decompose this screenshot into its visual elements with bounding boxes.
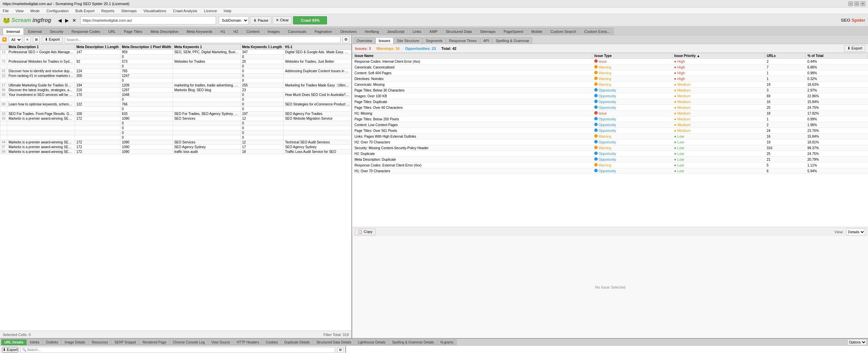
crawl-button[interactable]: Crawl 93% bbox=[293, 16, 327, 24]
bottom-tab-spelling[interactable]: Spelling & Grammar Details bbox=[389, 339, 437, 345]
menu-help[interactable]: Help bbox=[223, 8, 233, 14]
bottom-tab-rendered-page[interactable]: Rendered Page bbox=[139, 339, 169, 345]
right-tab-api[interactable]: API bbox=[480, 37, 493, 44]
subdomain-select[interactable]: SubDomain bbox=[219, 16, 249, 24]
issue-row[interactable]: H1: Over 70 CharactersOpportunity● Low65… bbox=[352, 168, 868, 174]
bottom-tab-resources[interactable]: Resources bbox=[89, 339, 111, 345]
issues-col-pct[interactable]: % of Total bbox=[805, 53, 868, 59]
menu-configuration[interactable]: Configuration bbox=[45, 8, 70, 14]
issue-row[interactable]: Meta Description: DuplicateOpportunity● … bbox=[352, 157, 868, 162]
right-tab-response-times[interactable]: Response Times bbox=[446, 37, 480, 44]
menu-view[interactable]: View bbox=[14, 8, 25, 14]
table-row[interactable]: 13Professional SEO + Google Ads Manageme… bbox=[0, 50, 351, 55]
view-select[interactable]: Details Charts bbox=[846, 229, 865, 235]
issue-row[interactable]: Page Titles: Over 60 CharactersOpportuni… bbox=[352, 105, 868, 111]
right-tab-issues[interactable]: Issues bbox=[375, 37, 393, 44]
tab-meta-keywords[interactable]: Meta Keywords bbox=[183, 28, 216, 35]
table-row[interactable]: 40Your investment in SEO services will b… bbox=[0, 93, 351, 97]
tab-response-codes[interactable]: Response Codes bbox=[68, 28, 104, 35]
table-row[interactable]: 10From ranking #1 in competitive markets… bbox=[0, 74, 351, 78]
table-row[interactable]: 69Marketix is a premier award-winning SE… bbox=[0, 116, 351, 121]
table-row[interactable]: 00 bbox=[0, 131, 351, 135]
col-meta-kw[interactable]: Meta Keywords 1 bbox=[173, 44, 240, 50]
col-meta-desc-width[interactable]: Meta Description 1 Pixel Width bbox=[120, 44, 173, 50]
bottom-tab-serp-snippet[interactable]: SERP Snippet bbox=[111, 339, 139, 345]
tab-meta-description[interactable]: Meta Description bbox=[147, 28, 182, 35]
tab-h2[interactable]: H2 bbox=[230, 28, 242, 35]
bottom-tab-duplicate-details[interactable]: Duplicate Details bbox=[281, 339, 313, 345]
issue-row[interactable]: Page Titles: Below 200 PixelsOpportunity… bbox=[352, 116, 868, 122]
tab-page-titles[interactable]: Page Titles bbox=[120, 28, 146, 35]
bottom-tab-chrome-console[interactable]: Chrome Console Log bbox=[170, 339, 208, 345]
right-tab-overview[interactable]: Overview bbox=[353, 37, 375, 44]
table-row[interactable]: 00 bbox=[0, 107, 351, 112]
minimize-button[interactable]: ─ bbox=[848, 1, 853, 6]
col-meta-desc[interactable]: Meta Description 1 bbox=[7, 44, 75, 50]
copy-button[interactable]: 📋 Copy bbox=[355, 229, 375, 235]
clear-button[interactable]: ✕ Clear bbox=[273, 16, 292, 24]
menu-reports[interactable]: Reports bbox=[100, 8, 116, 14]
table-row[interactable]: 00 bbox=[0, 126, 351, 131]
tab-content[interactable]: Content bbox=[243, 28, 263, 35]
tab-url[interactable]: URL bbox=[104, 28, 119, 35]
menu-licence[interactable]: Licence bbox=[203, 8, 218, 14]
forward-button[interactable]: ▶ bbox=[64, 18, 70, 23]
issues-col-priority[interactable]: Issue Priority ▲ bbox=[672, 53, 765, 59]
right-tab-spelling[interactable]: Spelling & Grammar bbox=[493, 37, 532, 44]
maximize-button[interactable]: □ bbox=[854, 1, 859, 6]
issue-row[interactable]: Links: Pages With High External Outlinks… bbox=[352, 134, 868, 139]
url-input[interactable] bbox=[80, 16, 216, 24]
tab-images[interactable]: Images bbox=[264, 28, 284, 35]
issue-row[interactable]: Content: Soft 404 PagesWarning● High10.9… bbox=[352, 70, 868, 76]
bottom-tab-image-details[interactable]: Image Details bbox=[61, 339, 88, 345]
issue-row[interactable]: Page Titles: Over 561 PixelsOpportunity●… bbox=[352, 128, 868, 134]
menu-file[interactable]: File bbox=[1, 8, 10, 14]
bottom-tab-inlinks[interactable]: Inlinks bbox=[27, 339, 42, 345]
issue-row[interactable]: Security: Missing Content-Security-Polic… bbox=[352, 145, 868, 151]
right-tab-segments[interactable]: Segments bbox=[423, 37, 446, 44]
table-row[interactable]: 83Discover how to identify and resolve d… bbox=[0, 69, 351, 74]
table-row[interactable]: 00 bbox=[0, 55, 351, 59]
col-meta-kw-length[interactable]: Meta Keywords 1 Length bbox=[240, 44, 284, 50]
tab-sitemaps[interactable]: Sitemaps bbox=[476, 28, 499, 35]
view-mode-list[interactable]: ≡ bbox=[24, 36, 31, 43]
tab-pagespeed[interactable]: PageSpeed bbox=[500, 28, 527, 35]
data-table-container[interactable]: Meta Description 1 Meta Description 1 Le… bbox=[0, 44, 351, 331]
tab-external[interactable]: External bbox=[24, 28, 45, 35]
issue-row[interactable]: Page Titles: Below 30 CharactersOpportun… bbox=[352, 87, 868, 93]
issues-col-type[interactable]: Issue Type bbox=[592, 53, 672, 59]
col-h1[interactable]: H1-1 bbox=[284, 44, 351, 50]
bottom-tab-outlinks[interactable]: Outlinks bbox=[43, 339, 61, 345]
issues-col-urls[interactable]: URLs bbox=[765, 53, 805, 59]
issue-row[interactable]: Canonicals: MissingWarning● Medium1918.6… bbox=[352, 82, 868, 87]
search-options-button[interactable]: ⚙ bbox=[343, 36, 349, 43]
issues-export-button[interactable]: ⬇ Export bbox=[844, 45, 865, 52]
issues-col-name[interactable]: Issue Name bbox=[352, 53, 592, 59]
col-meta-desc-length[interactable]: Meta Description 1 Length bbox=[75, 44, 120, 50]
bottom-search-input[interactable] bbox=[20, 347, 335, 353]
tab-pagination[interactable]: Pagination bbox=[311, 28, 336, 35]
issue-row[interactable]: Page Titles: DuplicateOpportunity● Mediu… bbox=[352, 99, 868, 105]
issue-row[interactable]: H2: DuplicateOpportunity● Low2524.75% bbox=[352, 151, 868, 157]
issue-row[interactable]: Canonicals: CanonicalisedWarning● High76… bbox=[352, 64, 868, 70]
stop-button[interactable]: ✕ bbox=[71, 18, 78, 23]
tab-custom-extra[interactable]: Custom Extra... bbox=[581, 28, 614, 35]
search-input[interactable] bbox=[65, 36, 341, 43]
menu-mode[interactable]: Mode bbox=[29, 8, 41, 14]
bottom-tab-url-details[interactable]: URL Details bbox=[1, 339, 26, 345]
table-row[interactable]: 08Learn how to optimise keywords, schema… bbox=[0, 102, 351, 107]
filter-select[interactable]: All bbox=[9, 36, 22, 43]
issue-row[interactable]: Images: Over 100 KBOpportunity● Medium69… bbox=[352, 93, 868, 99]
back-button[interactable]: ◀ bbox=[57, 18, 63, 23]
issue-row[interactable]: Content: Low Content PagesOpportunity● M… bbox=[352, 122, 868, 128]
table-row[interactable]: 00 bbox=[0, 97, 351, 102]
tab-canonicals[interactable]: Canonicals bbox=[284, 28, 310, 35]
bottom-options-select[interactable]: Options bbox=[847, 339, 867, 345]
right-tab-site-structure[interactable]: Site Structure bbox=[394, 37, 423, 44]
bottom-search-options[interactable]: ⚙ bbox=[337, 347, 343, 353]
tab-security[interactable]: Security bbox=[46, 28, 67, 35]
tab-hreflang[interactable]: Hreflang bbox=[361, 28, 383, 35]
bottom-tab-structured-data[interactable]: Structured Data Details bbox=[313, 339, 354, 345]
issue-row[interactable]: Response Codes: Internal Client Error (4… bbox=[352, 59, 868, 64]
issues-table-container[interactable]: Issue Name Issue Type Issue Priority ▲ U… bbox=[352, 53, 868, 227]
